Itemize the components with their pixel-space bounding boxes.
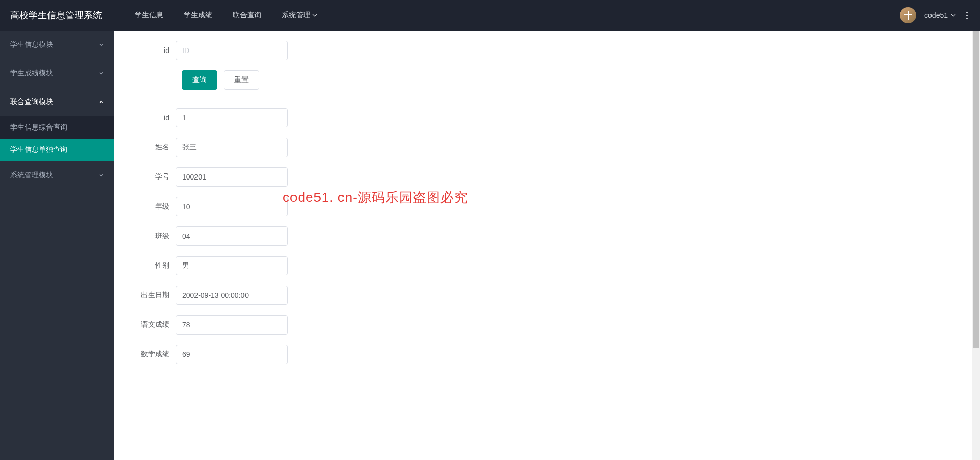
field-label: id [135, 114, 176, 122]
chevron-down-icon [98, 172, 104, 178]
reset-button[interactable]: 重置 [224, 70, 259, 90]
detail-row-birthdate: 出生日期 [135, 286, 970, 305]
header-nav: 学生信息 学生成绩 联合查询 系统管理 [114, 0, 900, 31]
field-label: 班级 [135, 232, 176, 241]
user-menu[interactable]: code51 [924, 11, 956, 19]
chinese-score-field[interactable] [176, 315, 288, 335]
chevron-down-icon [951, 13, 956, 18]
sidebar-item-label: 学生信息模块 [10, 40, 53, 49]
nav-label: 系统管理 [282, 11, 310, 20]
app-title: 高校学生信息管理系统 [0, 0, 114, 31]
chevron-down-icon [98, 42, 104, 48]
username-label: code51 [924, 11, 948, 19]
sidebar-subitem-single-query[interactable]: 学生信息单独查询 [0, 139, 114, 161]
nav-student-grade[interactable]: 学生成绩 [174, 0, 223, 31]
field-label: 出生日期 [135, 291, 176, 300]
grade-field[interactable] [176, 197, 288, 216]
detail-row-grade: 年级 [135, 197, 970, 216]
sidebar-subitem-label: 学生信息综合查询 [10, 123, 67, 132]
header-right: code51 [900, 7, 980, 23]
sidebar-item-system-manage[interactable]: 系统管理模块 [0, 161, 114, 190]
detail-row-gender: 性别 [135, 256, 970, 275]
search-buttons: 查询 重置 [182, 70, 970, 90]
student-no-field[interactable] [176, 167, 288, 187]
id-field[interactable] [176, 108, 288, 127]
search-id-input[interactable] [176, 41, 288, 60]
search-row: id [135, 41, 970, 60]
detail-row-class: 班级 [135, 226, 970, 246]
nav-system-manage[interactable]: 系统管理 [272, 0, 328, 31]
birthdate-field[interactable] [176, 286, 288, 305]
class-field[interactable] [176, 226, 288, 246]
field-label: 年级 [135, 202, 176, 211]
sidebar-subitem-comprehensive-query[interactable]: 学生信息综合查询 [0, 116, 114, 139]
query-button[interactable]: 查询 [182, 70, 217, 90]
scrollbar-thumb[interactable] [973, 1, 979, 348]
field-label: 数学成绩 [135, 350, 176, 359]
name-field[interactable] [176, 138, 288, 157]
sidebar: 学生信息模块 学生成绩模块 联合查询模块 学生信息综合查询 学生信息单独查询 系… [0, 31, 114, 460]
nav-joint-query[interactable]: 联合查询 [223, 0, 272, 31]
detail-row-chinese: 语文成绩 [135, 315, 970, 335]
main-content: id 查询 重置 id 姓名 学号 年级 班级 性别 出生日期 语文成绩 数学成… [114, 31, 980, 460]
chevron-down-icon [98, 70, 104, 76]
field-label: 语文成绩 [135, 320, 176, 329]
gender-field[interactable] [176, 256, 288, 275]
field-label: 学号 [135, 172, 176, 182]
chevron-up-icon [98, 99, 104, 105]
detail-row-id: id [135, 108, 970, 127]
avatar[interactable] [900, 7, 916, 23]
sidebar-item-label: 学生成绩模块 [10, 69, 53, 78]
more-icon[interactable] [964, 10, 970, 21]
field-label: 性别 [135, 261, 176, 270]
math-score-field[interactable] [176, 345, 288, 364]
chevron-down-icon [312, 13, 317, 18]
detail-row-math: 数学成绩 [135, 345, 970, 364]
nav-student-info[interactable]: 学生信息 [125, 0, 174, 31]
sidebar-item-label: 联合查询模块 [10, 97, 53, 107]
sidebar-item-label: 系统管理模块 [10, 171, 53, 180]
detail-row-name: 姓名 [135, 138, 970, 157]
detail-row-student-no: 学号 [135, 167, 970, 187]
search-id-label: id [135, 46, 176, 55]
header: 高校学生信息管理系统 学生信息 学生成绩 联合查询 系统管理 code51 [0, 0, 980, 31]
sidebar-item-joint-query[interactable]: 联合查询模块 [0, 88, 114, 116]
scrollbar-track[interactable] [972, 0, 980, 460]
sidebar-item-student-grade[interactable]: 学生成绩模块 [0, 59, 114, 88]
field-label: 姓名 [135, 143, 176, 152]
sidebar-subitem-label: 学生信息单独查询 [10, 145, 67, 155]
sidebar-item-student-info[interactable]: 学生信息模块 [0, 31, 114, 59]
